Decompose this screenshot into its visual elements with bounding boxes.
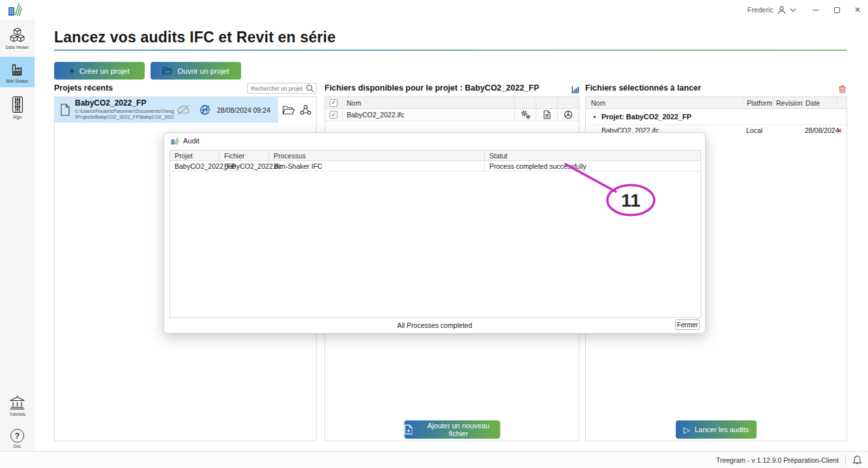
create-project-button[interactable]: + Créer un projet — [54, 62, 145, 80]
sidebar-item-label: BIM Shaker — [7, 79, 29, 83]
sidebar-item-tutoriels[interactable]: Tutoriels — [0, 391, 35, 419]
username: Frederic — [747, 6, 774, 14]
dialog-close-button[interactable]: Fermer — [675, 319, 700, 330]
available-file-row[interactable]: ✓ BabyCO2_2022.ifc — [325, 109, 579, 121]
bell-icon[interactable] — [852, 455, 862, 465]
factory-icon — [9, 62, 26, 78]
minimize-icon — [813, 10, 819, 10]
open-folder-icon[interactable] — [282, 105, 295, 115]
column-projet: Projet — [170, 151, 219, 160]
column-actions-2 — [536, 97, 557, 108]
caret-down-icon[interactable]: ▼ — [592, 115, 597, 119]
treegram-logo-icon — [8, 3, 22, 16]
audit-fichier: BabyCO2_2022.ifc — [219, 161, 268, 171]
selected-files-title: Fichiers sélectionnés à lancer — [585, 83, 701, 93]
column-processus: Processus — [268, 151, 484, 160]
file-name: BabyCO2_2022.ifc — [342, 109, 514, 121]
project-row[interactable]: BabyCO2_2022_FP C:\Users\FredericPatonni… — [55, 97, 316, 123]
help-icon: ? — [10, 429, 24, 443]
report-file-icon[interactable] — [543, 110, 551, 119]
bank-icon — [8, 395, 26, 411]
sidebar-item-label: Algo — [13, 115, 22, 119]
remove-file-icon[interactable]: ✕ — [837, 127, 846, 134]
user-icon — [777, 5, 787, 15]
viewer-wheel-icon[interactable] — [564, 110, 573, 119]
column-nom: Nom — [342, 97, 514, 108]
open-folder-icon — [162, 66, 173, 75]
plus-icon: + — [70, 66, 75, 76]
app-window: Frederic ✕ Data Viewer — [0, 0, 868, 468]
search-icon[interactable] — [306, 84, 314, 93]
project-row-actions — [278, 97, 316, 123]
project-date: 28/08/2024 09:24 — [217, 106, 270, 114]
file-date: 28/08/2024 — [802, 126, 837, 134]
column-actions-1 — [514, 97, 536, 108]
add-file-button[interactable]: Ajouter un nouveau fichier — [404, 420, 500, 439]
chevron-down-icon — [790, 8, 796, 12]
project-path-line2: \Projects\BabyCO2_2022_FP\BabyCO2_2022_F… — [75, 114, 174, 121]
dialog-status-text: All Processes completed — [164, 317, 705, 333]
project-row-selected[interactable]: BabyCO2_2022_FP C:\Users\FredericPatonni… — [55, 97, 278, 123]
open-project-button[interactable]: Ouvrir un projet — [151, 62, 241, 80]
sidebar-item-doc[interactable]: ? Doc — [0, 425, 35, 451]
selected-files-header: Nom Platform Revision Date — [586, 97, 846, 109]
project-name: BabyCO2_2022_FP — [75, 99, 174, 108]
column-nom: Nom — [586, 97, 744, 108]
play-icon: ▷ — [684, 426, 690, 434]
cluster-icon[interactable] — [299, 104, 312, 116]
available-files-header: ✓ Nom — [325, 97, 579, 109]
sidebar-item-algo[interactable]: Algo — [0, 92, 35, 122]
sidebar: Data Viewer BIM Shaker Algo — [0, 20, 35, 451]
column-date: Date — [802, 97, 837, 108]
launch-audits-button[interactable]: ▷ Lancer les audits — [676, 420, 757, 439]
treegram-logo-icon — [171, 137, 179, 145]
project-search — [247, 83, 317, 94]
sidebar-item-label: Data Viewer — [6, 45, 29, 50]
user-menu[interactable]: Frederic — [747, 5, 796, 15]
file-checkbox[interactable]: ✓ — [330, 111, 338, 119]
minimize-button[interactable] — [805, 0, 826, 20]
processes-gears-icon[interactable] — [520, 110, 531, 120]
audit-statut: Process completed successfully — [484, 161, 701, 171]
version-text: Treegram - v 1.12.9.0 Préparation-Client — [716, 456, 839, 464]
file-plus-icon — [404, 424, 412, 435]
trash-icon[interactable] — [839, 85, 846, 93]
audit-processus: Bim-Shaker IFC — [268, 161, 484, 171]
column-platform: Platform — [744, 97, 773, 108]
abacus-icon — [10, 96, 25, 113]
sort-icon[interactable] — [571, 85, 580, 94]
column-revision: Revision — [773, 97, 802, 108]
sidebar-item-label: Tutoriels — [9, 412, 25, 417]
select-all-checkbox[interactable]: ✓ — [330, 99, 338, 107]
column-fichier: Fichier — [219, 151, 268, 160]
statusbar-divider — [845, 455, 846, 465]
column-statut: Statut — [484, 151, 701, 160]
search-input[interactable] — [248, 85, 306, 92]
available-files-title: Fichiers disponibles pour le projet : Ba… — [325, 83, 539, 93]
audit-row[interactable]: BabyCO2_2022_FP BabyCO2_2022.ifc Bim-Sha… — [170, 161, 701, 171]
close-icon: ✕ — [854, 6, 861, 14]
audit-dialog: Audit Projet Fichier Processus Statut Ba… — [164, 132, 706, 334]
maximize-button[interactable] — [826, 0, 847, 20]
titlebar: Frederic ✕ — [0, 0, 868, 20]
statusbar: Treegram - v 1.12.9.0 Préparation-Client — [0, 451, 868, 468]
file-icon — [61, 104, 70, 116]
dialog-title: Audit — [183, 137, 199, 145]
sidebar-item-data-viewer[interactable]: Data Viewer — [0, 23, 35, 52]
page-title: Lancez vos audits IFC et Revit en série — [54, 29, 336, 46]
audit-projet: BabyCO2_2022_FP — [170, 161, 219, 171]
cloud-off-icon[interactable] — [177, 104, 191, 115]
audit-table-header: Projet Fichier Processus Statut — [170, 151, 701, 161]
globe-off-icon[interactable] — [199, 104, 211, 116]
column-remove — [837, 97, 846, 108]
project-info: BabyCO2_2022_FP C:\Users\FredericPatonni… — [75, 99, 174, 121]
sidebar-item-bim-shaker[interactable]: BIM Shaker — [0, 57, 35, 87]
title-underline — [54, 50, 847, 51]
close-button[interactable]: ✕ — [847, 0, 868, 20]
maximize-icon — [834, 7, 840, 13]
project-group-row[interactable]: ▼ Projet: BabyCO2_2022_FP — [586, 109, 846, 125]
cubes-icon — [8, 27, 26, 44]
recent-projects-title: Projets récents — [54, 83, 113, 93]
project-path-line1: C:\Users\FredericPatonnier\Documents\Tre… — [75, 108, 174, 115]
audit-table: Projet Fichier Processus Statut BabyCO2_… — [169, 150, 701, 318]
